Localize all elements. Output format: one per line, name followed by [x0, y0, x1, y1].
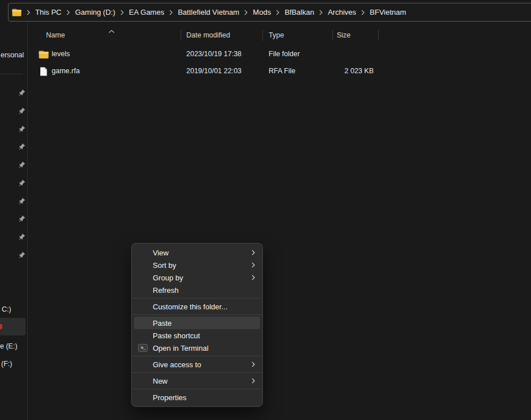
- sidebar-separator: [0, 74, 23, 74]
- menu-item-group-by[interactable]: Group by: [132, 271, 262, 284]
- file-date-modified: 2019/10/01 22:03: [186, 63, 241, 79]
- folder-icon: [39, 50, 49, 58]
- file-type: File folder: [269, 46, 300, 62]
- menu-separator: [132, 298, 262, 299]
- pin-icon[interactable]: [17, 143, 26, 152]
- sidebar-item-drive[interactable]: (F:): [1, 360, 12, 368]
- menu-separator: [132, 372, 262, 373]
- pin-icon[interactable]: [17, 179, 26, 187]
- menu-item-label: Sort by: [153, 261, 176, 270]
- file-type: RFA File: [269, 63, 295, 79]
- menu-item-paste-shortcut[interactable]: Paste shortcut: [132, 329, 262, 342]
- pin-icon[interactable]: [17, 161, 26, 170]
- file-size: [321, 46, 374, 62]
- folder-icon: [12, 9, 22, 16]
- pin-icon[interactable]: [17, 107, 26, 115]
- table-row[interactable]: levels2023/10/19 17:38File folder: [34, 46, 386, 62]
- menu-item-label: Properties: [153, 393, 186, 402]
- file-date-modified: 2023/10/19 17:38: [186, 46, 241, 62]
- sidebar: ersonal C:)e (E:)(F:): [0, 22, 27, 420]
- chevron-right-icon: [252, 362, 255, 367]
- menu-item-refresh[interactable]: Refresh: [132, 284, 262, 296]
- breadcrumb-chevron-icon: [27, 10, 30, 15]
- sidebar-divider: [27, 22, 28, 420]
- pin-icon[interactable]: [17, 125, 26, 133]
- menu-item-label: Paste: [153, 319, 172, 327]
- menu-item-open-in-terminal[interactable]: >_Open in Terminal: [132, 342, 262, 354]
- pin-icon[interactable]: [17, 233, 26, 242]
- menu-item-label: Refresh: [153, 286, 179, 295]
- file-size: 2 023 KB: [321, 63, 374, 79]
- sidebar-item-personal[interactable]: ersonal: [1, 51, 24, 59]
- sidebar-item-drive[interactable]: e (E:): [0, 342, 18, 350]
- sidebar-item-selected-drive[interactable]: [0, 318, 26, 335]
- context-menu: ViewSort byGroup byRefreshCustomize this…: [131, 243, 263, 407]
- drive-icon-fragment: [0, 324, 2, 329]
- chevron-right-icon: [252, 262, 255, 268]
- chevron-right-icon: [252, 378, 255, 384]
- sidebar-item-drive[interactable]: C:): [2, 305, 11, 313]
- file-list: levels2023/10/19 17:38File foldergame.rf…: [34, 0, 531, 420]
- menu-item-label: Give access to: [153, 360, 201, 369]
- pin-icon[interactable]: [17, 89, 26, 98]
- menu-item-label: Group by: [153, 274, 183, 282]
- pin-icon[interactable]: [17, 215, 26, 224]
- menu-item-sort-by[interactable]: Sort by: [132, 259, 262, 271]
- menu-separator: [132, 356, 262, 356]
- chevron-right-icon: [252, 275, 255, 280]
- menu-item-customize-this-folder[interactable]: Customize this folder...: [132, 300, 262, 313]
- file-icon: [40, 67, 47, 76]
- menu-item-view[interactable]: View: [132, 246, 262, 259]
- menu-separator: [132, 389, 262, 389]
- menu-item-label: New: [153, 377, 168, 385]
- chevron-right-icon: [252, 250, 255, 255]
- terminal-icon: >_: [138, 344, 148, 352]
- menu-item-give-access-to[interactable]: Give access to: [132, 358, 262, 371]
- menu-item-new[interactable]: New: [132, 375, 262, 387]
- menu-item-label: Customize this folder...: [153, 303, 228, 311]
- pin-icon[interactable]: [17, 251, 26, 260]
- file-explorer-window: This PCGaming (D:)EA GamesBattlefield Vi…: [0, 0, 531, 420]
- menu-item-label: Paste shortcut: [153, 331, 200, 340]
- table-row[interactable]: game.rfa2019/10/01 22:03RFA File2 023 KB: [34, 63, 386, 79]
- menu-item-paste[interactable]: Paste: [134, 317, 260, 329]
- menu-separator: [132, 314, 262, 315]
- menu-item-label: Open in Terminal: [153, 344, 208, 352]
- menu-item-properties[interactable]: Properties: [132, 391, 262, 404]
- pin-icon[interactable]: [17, 197, 26, 205]
- menu-item-label: View: [153, 249, 169, 257]
- file-name: levels: [52, 46, 70, 62]
- file-name: game.rfa: [52, 63, 80, 79]
